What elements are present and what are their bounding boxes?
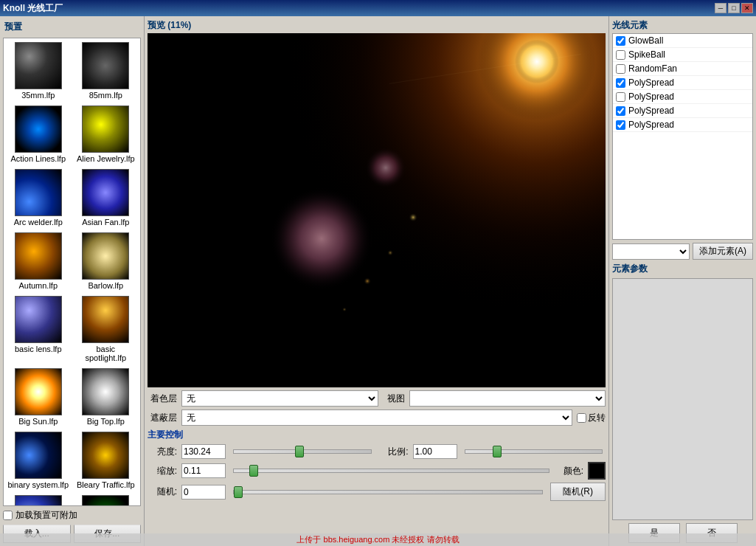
view-select[interactable] [409, 390, 606, 407]
preset-label-basicspot: basic spotlight.lfp [75, 345, 137, 362]
element-label-4: PolySpread [628, 91, 674, 102]
preset-label-alien: Alien Jewelry.lfp [77, 154, 135, 163]
element-checkbox-4[interactable] [616, 92, 625, 102]
preset-thumb-autumn [15, 232, 62, 280]
element-item-2[interactable]: RandomFan [613, 62, 752, 76]
minimize-button[interactable]: ─ [715, 3, 726, 13]
controls-area: 着色层 无 视图 遮蔽层 无 反转 主 [148, 390, 606, 504]
preset-item-arc[interactable]: Arc welder.lfp [5, 167, 72, 229]
add-element-select[interactable] [612, 243, 690, 260]
element-item-5[interactable]: PolySpread [613, 104, 752, 118]
color-layer-select[interactable]: 无 [181, 390, 378, 407]
element-params-title: 元素参数 [612, 263, 753, 275]
preset-thumb-asian [82, 169, 129, 216]
preset-item-bleary[interactable]: Bleary Traffic.lfp [73, 429, 139, 491]
left-panel: 预置 35mm.lfp85mm.lfpAction Lines.lfpAlien… [0, 16, 145, 546]
random-slider[interactable] [233, 490, 543, 494]
element-item-6[interactable]: PolySpread [613, 118, 752, 132]
preset-item-alien[interactable]: Alien Jewelry.lfp [73, 103, 139, 165]
elements-title: 光线元素 [612, 19, 753, 32]
add-element-row: 添加元素(A) [612, 243, 753, 260]
preset-item-blimp[interactable]: Blimp flare.lfp [5, 493, 72, 506]
elements-list: GlowBallSpikeBallRandomFanPolySpreadPoly… [612, 33, 753, 240]
preset-item-binary[interactable]: binary system.lfp [5, 429, 72, 491]
preview-canvas [148, 33, 606, 387]
preset-thumb-bluegreen [82, 495, 129, 506]
element-checkbox-6[interactable] [616, 120, 625, 130]
element-item-4[interactable]: PolySpread [613, 90, 752, 104]
preview-area [148, 33, 606, 387]
element-item-1[interactable]: SpikeBall [613, 48, 752, 62]
right-panel: 光线元素 GlowBallSpikeBallRandomFanPolySprea… [608, 16, 756, 546]
preset-thumb-basicspot [82, 296, 129, 343]
element-checkbox-5[interactable] [616, 106, 625, 116]
load-checkbox-row: 加载预置可附加 [3, 509, 141, 522]
preset-scroll[interactable]: 35mm.lfp85mm.lfpAction Lines.lfpAlien Je… [3, 38, 141, 506]
presets-title: 预置 [3, 19, 141, 35]
reverse-checkbox[interactable] [577, 413, 586, 423]
zoom-slider[interactable] [233, 469, 549, 473]
zoom-input[interactable] [181, 463, 226, 478]
preset-thumb-blimp [15, 495, 62, 506]
zoom-label: 缩放: [148, 465, 177, 477]
mask-select[interactable]: 无 [181, 410, 572, 426]
preset-item-basiclens[interactable]: basic lens.lfp [5, 294, 72, 364]
preset-label-arc: Arc welder.lfp [14, 218, 63, 227]
preset-label-asian: Asian Fan.lfp [82, 218, 129, 227]
preset-label-85mm: 85mm.lfp [89, 91, 122, 100]
preset-item-bluegreen[interactable]: Blue Green Eye.lfp [73, 493, 139, 506]
scale-slider[interactable] [465, 449, 603, 454]
title-bar: Knoll 光线工厂 ─ □ ✕ [0, 0, 756, 16]
element-checkbox-3[interactable] [616, 78, 625, 88]
preset-label-35mm: 35mm.lfp [21, 91, 55, 100]
preset-thumb-barlow [82, 232, 129, 280]
view-label: 视图 [383, 393, 405, 405]
reverse-label: 反转 [577, 412, 606, 424]
preset-item-basicspot[interactable]: basic spotlight.lfp [73, 294, 139, 364]
element-params-area [612, 278, 753, 520]
preset-item-85mm[interactable]: 85mm.lfp [73, 40, 139, 102]
preset-item-autumn[interactable]: Autumn.lfp [5, 230, 72, 292]
element-label-0: GlowBall [628, 35, 663, 46]
preview-title: 预览 (11%) [148, 19, 606, 32]
element-checkbox-1[interactable] [616, 50, 625, 60]
preset-item-asian[interactable]: Asian Fan.lfp [73, 167, 139, 229]
preset-thumb-85mm [82, 42, 129, 89]
scale-input[interactable] [413, 444, 457, 459]
main-container: 预置 35mm.lfp85mm.lfpAction Lines.lfpAlien… [0, 16, 756, 546]
preset-item-action[interactable]: Action Lines.lfp [5, 103, 72, 165]
preset-label-action: Action Lines.lfp [10, 154, 66, 163]
color-picker[interactable] [588, 462, 606, 480]
mask-row: 遮蔽层 无 反转 [148, 410, 606, 426]
random-button[interactable]: 随机(R) [550, 483, 606, 501]
element-label-5: PolySpread [628, 106, 674, 116]
preset-label-binary: binary system.lfp [7, 480, 69, 489]
preset-label-autumn: Autumn.lfp [18, 281, 58, 290]
color-label: 颜色: [557, 465, 583, 477]
preset-label-basiclens: basic lens.lfp [15, 345, 62, 353]
preset-item-35mm[interactable]: 35mm.lfp [5, 40, 72, 102]
random-input[interactable] [181, 485, 226, 500]
element-checkbox-0[interactable] [616, 36, 625, 46]
main-controls-title: 主要控制 [148, 429, 606, 441]
load-checkbox-label: 加载预置可附加 [15, 509, 77, 522]
zoom-row: 缩放: 颜色: [148, 462, 606, 480]
maximize-button[interactable]: □ [728, 3, 740, 13]
watermark: 上传于 bbs.heiguang.com 未经授权 请勿转载 [0, 533, 756, 546]
add-element-button[interactable]: 添加元素(A) [693, 243, 753, 260]
preset-item-bigtop[interactable]: Big Top.lfp [73, 366, 139, 428]
scale-label: 比例: [379, 446, 409, 458]
brightness-row: 亮度: 比例: [148, 444, 606, 459]
preset-item-barlow[interactable]: Barlow.lfp [73, 230, 139, 292]
brightness-slider[interactable] [233, 449, 372, 454]
preset-thumb-binary [15, 432, 62, 479]
element-item-0[interactable]: GlowBall [613, 34, 752, 48]
brightness-input[interactable] [181, 444, 226, 459]
preset-thumb-bigtop [82, 368, 129, 415]
load-checkbox[interactable] [3, 511, 13, 520]
element-checkbox-2[interactable] [616, 64, 625, 74]
element-item-3[interactable]: PolySpread [613, 76, 752, 90]
element-label-3: PolySpread [628, 77, 674, 88]
preset-item-bigsun[interactable]: Big Sun.lfp [5, 366, 72, 428]
close-button[interactable]: ✕ [741, 3, 753, 13]
